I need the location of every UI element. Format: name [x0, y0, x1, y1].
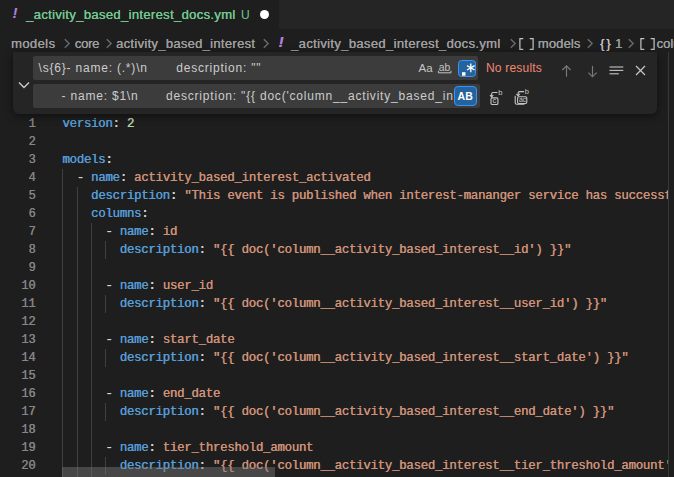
svg-text:c: c [493, 96, 497, 105]
svg-text:ac: ac [519, 96, 527, 103]
svg-text:ab: ab [439, 62, 451, 73]
svg-text:b: b [498, 90, 502, 97]
